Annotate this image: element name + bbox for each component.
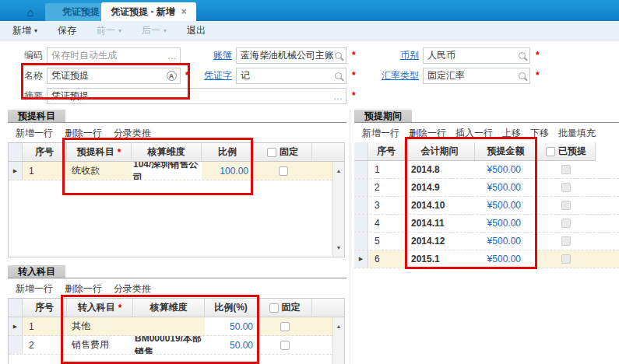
accrual-period-toolbar: 新增一行 删除一行 插入一行 上移 下移 批量填充	[354, 124, 619, 142]
voucher-word-field[interactable]	[236, 68, 346, 84]
cell-amount[interactable]: ¥500.00	[475, 233, 537, 250]
cell-period[interactable]: 2014.12	[405, 233, 475, 250]
cell-dimension[interactable]: 104/深圳销售公司	[132, 162, 202, 180]
cell-period[interactable]: 2014.9	[405, 179, 475, 196]
table-row[interactable]: ▶ 6 2015.1 ¥500.00	[354, 250, 619, 268]
accrued-checkbox	[561, 219, 571, 228]
accrued-checkbox	[561, 254, 571, 264]
table-row[interactable]: 2 销售费用 BM000019/本部销售 50.00	[9, 336, 344, 355]
cell-amount[interactable]: ¥500.00	[475, 250, 537, 268]
cell-amount[interactable]: ¥500.00	[475, 215, 537, 232]
cell-amount[interactable]: ¥500.00	[475, 161, 537, 178]
accrual-subject-table: 序号 预提科目* 核算维度 比例 固定 ▶ 1 统收款 104/深圳销售公司 1…	[8, 142, 345, 257]
cell-subject[interactable]: 统收款	[67, 162, 132, 180]
new-button[interactable]: 新增 ▾	[12, 24, 37, 37]
cell-dimension[interactable]: BM000019/本部销售	[133, 336, 205, 354]
rate-type-link[interactable]: 汇率类型	[374, 68, 419, 83]
section-rule	[8, 122, 346, 123]
next-button[interactable]: 后一 ▾	[142, 24, 167, 37]
book-field[interactable]	[236, 47, 346, 64]
scroll-down-icon[interactable]: ▼	[333, 245, 344, 250]
cell-subject[interactable]: 销售费用	[67, 336, 133, 354]
cell-period[interactable]: 2014.10	[405, 197, 475, 214]
table-row[interactable]: 5 2014.12 ¥500.00	[354, 233, 619, 250]
close-icon[interactable]: ×	[181, 6, 187, 17]
cell-period[interactable]: 2015.1	[405, 250, 475, 268]
accrued-header-checkbox[interactable]	[546, 147, 555, 156]
voucher-word-link[interactable]: 凭证字	[187, 68, 232, 83]
table-row[interactable]: 1 2014.8 ¥500.00	[354, 161, 619, 179]
scroll-up-icon[interactable]: ▲	[333, 324, 344, 329]
fixed-header-checkbox[interactable]	[269, 303, 279, 313]
table-row[interactable]: ▶ 1 统收款 104/深圳销售公司 100.00	[9, 162, 344, 180]
currency-field[interactable]	[423, 47, 530, 64]
entry-analogy-button[interactable]: 分录类推	[114, 282, 151, 296]
summary-field[interactable]	[47, 88, 346, 104]
ellipsis-button[interactable]: …	[166, 48, 178, 63]
required-asterisk: *	[352, 70, 356, 81]
cell-ratio[interactable]: 50.00	[205, 317, 258, 335]
search-icon[interactable]	[515, 68, 528, 83]
cell-seq: 4	[368, 215, 405, 232]
required-asterisk: *	[352, 90, 356, 101]
tab-label: 凭证预提 - 新增	[111, 5, 175, 19]
home-tab[interactable]: ⌂	[17, 3, 44, 21]
transfer-subject-table: 序号 转入科目* 核算维度 比例(%) 固定 ▶ 1 其他 50.00 2 销售…	[8, 298, 345, 364]
fixed-checkbox[interactable]	[279, 166, 288, 176]
add-row-button[interactable]: 新增一行	[16, 282, 53, 296]
rate-type-field[interactable]	[423, 68, 530, 84]
delete-row-button[interactable]: 删除一行	[65, 127, 102, 140]
add-row-button[interactable]: 新增一行	[16, 127, 53, 140]
cell-seq: 6	[368, 250, 405, 268]
insert-row-button[interactable]: 插入一行	[455, 127, 493, 140]
fixed-checkbox[interactable]	[280, 341, 290, 350]
code-field[interactable]	[47, 47, 181, 64]
save-button[interactable]: 保存	[58, 24, 76, 37]
table-row[interactable]: 4 2014.11 ¥500.00	[354, 215, 619, 233]
cell-period[interactable]: 2014.8	[405, 161, 475, 178]
delete-row-button[interactable]: 删除一行	[65, 282, 102, 296]
delete-row-button[interactable]: 删除一行	[409, 127, 446, 140]
ellipsis-button[interactable]: …	[332, 89, 344, 103]
cell-ratio[interactable]: 100.00	[202, 162, 254, 180]
search-icon[interactable]	[332, 48, 344, 63]
search-icon[interactable]	[332, 68, 344, 83]
cell-ratio[interactable]: 50.00	[205, 336, 258, 354]
tab-voucher-accrual-new[interactable]: 凭证预提 - 新增 ×	[101, 2, 196, 21]
cell-period[interactable]: 2014.11	[405, 215, 475, 232]
vertical-scrollbar[interactable]: ▲ ▼	[332, 162, 344, 257]
move-down-button[interactable]: 下移	[530, 127, 549, 140]
table-row[interactable]: 3 2014.10 ¥500.00	[354, 197, 619, 215]
entry-analogy-button[interactable]: 分录类推	[114, 127, 151, 140]
fixed-header-checkbox[interactable]	[267, 148, 276, 157]
section-title-accrual-period: 预提期间	[354, 110, 412, 123]
exit-button[interactable]: 退出	[187, 24, 206, 37]
tab-label: 凭证预提	[62, 5, 100, 19]
add-row-button[interactable]: 新增一行	[362, 127, 399, 140]
fixed-checkbox[interactable]	[280, 322, 290, 331]
cell-seq: 1	[23, 162, 67, 180]
previous-button[interactable]: 前一 ▾	[97, 24, 121, 37]
book-link[interactable]: 账簿	[187, 47, 232, 63]
accrued-checkbox	[561, 236, 571, 246]
cell-dimension[interactable]	[133, 317, 205, 335]
multilingual-icon[interactable]: A	[165, 68, 178, 83]
search-icon[interactable]	[515, 48, 528, 63]
col-seq: 序号	[23, 299, 67, 317]
name-field[interactable]	[47, 68, 181, 84]
batch-fill-button[interactable]: 批量填充	[558, 127, 596, 140]
col-amount: 预提金额	[475, 142, 537, 160]
vertical-scrollbar[interactable]: ▲	[332, 317, 344, 364]
move-up-button[interactable]: 上移	[502, 127, 521, 140]
cell-amount[interactable]: ¥500.00	[475, 197, 537, 214]
table-row[interactable]: 2 2014.9 ¥500.00	[354, 179, 619, 197]
table-header: 序号 转入科目* 核算维度 比例(%) 固定	[9, 299, 344, 317]
chevron-down-icon: ▾	[164, 27, 167, 34]
scroll-up-icon[interactable]: ▲	[333, 168, 344, 173]
currency-link[interactable]: 币别	[374, 47, 419, 63]
cell-amount[interactable]: ¥500.00	[475, 179, 537, 196]
section-title-transfer-subject: 转入科目	[8, 265, 65, 278]
cell-subject[interactable]: 其他	[67, 317, 133, 335]
row-marker-icon: ▶	[13, 168, 17, 174]
table-row[interactable]: ▶ 1 其他 50.00	[9, 317, 344, 336]
